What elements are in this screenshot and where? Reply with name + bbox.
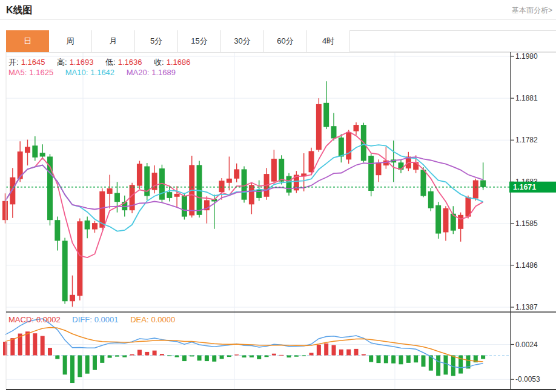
axis-tick-label: 1.1881 [515, 94, 538, 102]
current-price-badge-text: 1.1671 [513, 183, 536, 191]
kline-chart-canvas[interactable]: 1.19801.18811.17821.16831.15851.14861.13… [0, 52, 556, 392]
interval-tabbar: 日 周 月 5分 15分 30分 60分 4时 [6, 30, 556, 52]
tab-4hour[interactable]: 4时 [307, 30, 350, 52]
tab-60min[interactable]: 60分 [264, 30, 307, 52]
axis-tick-label: -0.0053 [515, 375, 540, 384]
tab-day[interactable]: 日 [6, 30, 49, 52]
axis-tick-label: 1.1585 [515, 219, 538, 228]
diff-line [5, 319, 483, 368]
axis-tick-label: 0.0024 [515, 341, 538, 349]
tab-week[interactable]: 周 [49, 30, 92, 52]
axis-tick-label: 1.1486 [515, 261, 538, 270]
fundamental-analysis-link[interactable]: 基本面分析> [512, 5, 552, 16]
tab-5min[interactable]: 5分 [135, 30, 178, 52]
kline-page: K线图 基本面分析> 日 周 月 5分 15分 30分 60分 4时 1.198… [0, 0, 556, 392]
axis-tick-label: 1.1387 [515, 303, 538, 311]
tab-month[interactable]: 月 [92, 30, 135, 52]
page-title: K线图 [6, 4, 33, 17]
chart-area: 1.19801.18811.17821.16831.15851.14861.13… [0, 52, 556, 392]
axis-tick-label: 1.1980 [515, 52, 538, 61]
tab-30min[interactable]: 30分 [221, 30, 264, 52]
tab-15min[interactable]: 15分 [178, 30, 221, 52]
axis-tick-label: 1.1782 [515, 136, 538, 144]
page-header: K线图 基本面分析> [0, 0, 556, 20]
